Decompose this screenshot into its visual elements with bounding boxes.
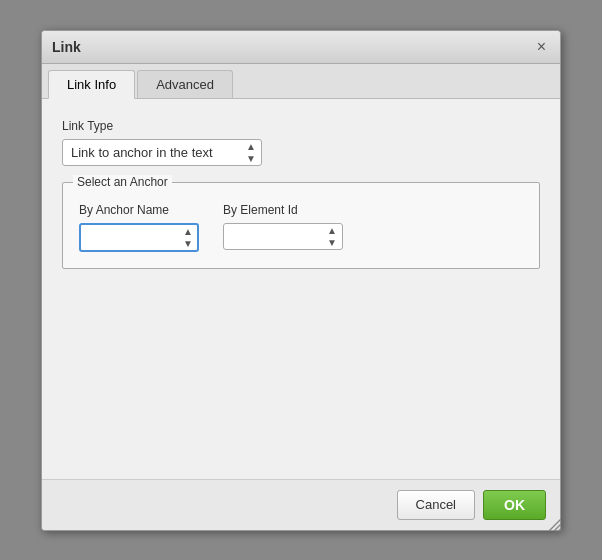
resize-handle[interactable]: [547, 517, 561, 531]
link-type-select-wrapper: Link to anchor in the text URL Email ▲ ▼: [62, 139, 262, 166]
element-id-select-wrapper: ▲ ▼: [223, 223, 343, 250]
anchor-name-select[interactable]: [79, 223, 199, 252]
element-id-select[interactable]: [223, 223, 343, 250]
resize-icon: [547, 517, 561, 531]
anchor-name-field: By Anchor Name ▲ ▼: [79, 203, 199, 252]
element-id-field: By Element Id ▲ ▼: [223, 203, 343, 252]
dialog-title: Link: [52, 39, 81, 55]
anchor-name-select-wrapper: ▲ ▼: [79, 223, 199, 252]
svg-line-2: [559, 529, 561, 531]
tab-link-info[interactable]: Link Info: [48, 70, 135, 99]
anchor-name-label: By Anchor Name: [79, 203, 199, 217]
close-button[interactable]: ×: [533, 37, 550, 57]
dialog-body: Link Type Link to anchor in the text URL…: [42, 99, 560, 479]
tab-advanced[interactable]: Advanced: [137, 70, 233, 98]
link-dialog: Link × Link Info Advanced Link Type Link…: [41, 30, 561, 531]
dialog-titlebar: Link ×: [42, 31, 560, 64]
anchor-group-legend: Select an Anchor: [73, 175, 172, 189]
link-type-label: Link Type: [62, 119, 540, 133]
ok-button[interactable]: OK: [483, 490, 546, 520]
cancel-button[interactable]: Cancel: [397, 490, 475, 520]
anchor-fields: By Anchor Name ▲ ▼ By Element Id: [79, 203, 523, 252]
anchor-group: Select an Anchor By Anchor Name ▲ ▼: [62, 182, 540, 269]
element-id-label: By Element Id: [223, 203, 343, 217]
link-type-select[interactable]: Link to anchor in the text URL Email: [62, 139, 262, 166]
dialog-footer: Cancel OK: [42, 479, 560, 530]
tab-bar: Link Info Advanced: [42, 64, 560, 99]
